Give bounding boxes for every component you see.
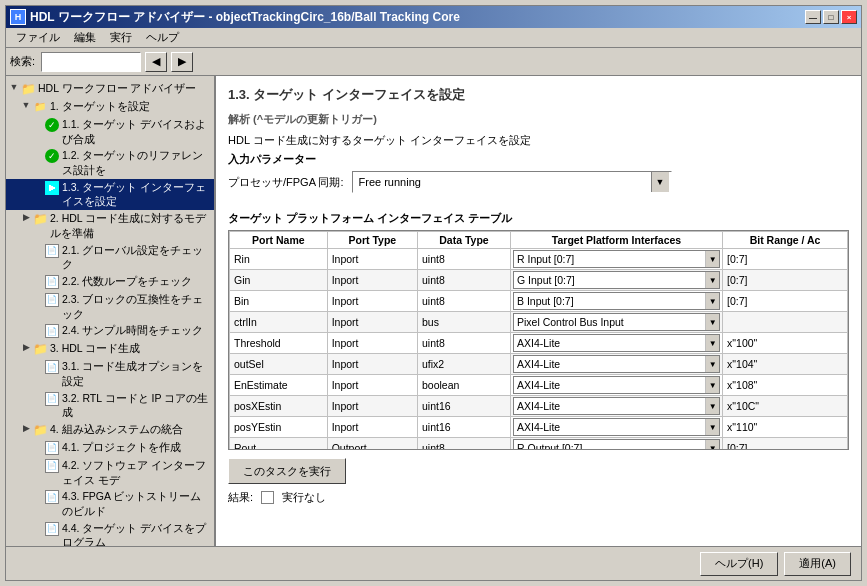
sidebar-section-3[interactable]: ▶ 📁 3. HDL コード生成 <box>6 340 214 358</box>
sidebar-item-1-2[interactable]: ✓ 1.2. ターゲットのリファレンス設計を <box>6 147 214 178</box>
sidebar-item-1-3[interactable]: ▶ 1.3. ターゲット インターフェイスを設定 <box>6 179 214 210</box>
sidebar-item-1-1[interactable]: ✓ 1.1. ターゲット デバイスおよび合成 <box>6 116 214 147</box>
result-label: 結果: <box>228 490 253 505</box>
table-row: RoutOutportuint8R Output [0:7]▼[0:7] <box>230 438 848 451</box>
sidebar-item-2-2[interactable]: 📄 2.2. 代数ループをチェック <box>6 273 214 291</box>
cell-iface[interactable]: B Input [0:7]▼ <box>510 291 722 312</box>
s3-1-icon: 📄 <box>44 359 60 375</box>
s2-1-icon: 📄 <box>44 243 60 259</box>
cell-iface[interactable]: AXI4-Lite▼ <box>510 354 722 375</box>
cell-iface[interactable]: G Input [0:7]▼ <box>510 270 722 291</box>
result-checkbox[interactable] <box>261 491 274 504</box>
root-folder-icon: 📁 <box>20 81 36 97</box>
sidebar-section-2[interactable]: ▶ 📁 2. HDL コード生成に対するモデルを準備 <box>6 210 214 241</box>
s4-2-icon: 📄 <box>44 458 60 474</box>
close-button[interactable]: × <box>841 10 857 24</box>
sidebar-item-4-2[interactable]: 📄 4.2. ソフトウェア インターフェイス モデ <box>6 457 214 488</box>
cell-port: Gin <box>230 270 328 291</box>
cell-bit-range: x"108" <box>723 375 848 396</box>
sidebar-section-1[interactable]: ▼ 📁 1. ターゲットを設定 <box>6 98 214 116</box>
help-button[interactable]: ヘルプ(H) <box>700 552 778 576</box>
description-label: HDL コード生成に対するターゲット インターフェイスを設定 <box>228 133 849 148</box>
dialog-footer: ヘルプ(H) 適用(A) <box>6 546 861 580</box>
cell-bit-range: [0:7] <box>723 438 848 451</box>
menubar: ファイル 編集 実行 ヘルプ <box>6 28 861 48</box>
menu-file[interactable]: ファイル <box>10 28 66 47</box>
sidebar-section-4[interactable]: ▶ 📁 4. 組み込みシステムの統合 <box>6 421 214 439</box>
sidebar-item-4-1[interactable]: 📄 4.1. プロジェクトを作成 <box>6 439 214 457</box>
cell-iface[interactable]: R Input [0:7]▼ <box>510 249 722 270</box>
iface-dropdown[interactable]: R Input [0:7]▼ <box>513 250 720 268</box>
iface-dropdown[interactable]: G Input [0:7]▼ <box>513 271 720 289</box>
cell-iface[interactable]: AXI4-Lite▼ <box>510 375 722 396</box>
cell-port: Rout <box>230 438 328 451</box>
cell-type: Inport <box>327 333 417 354</box>
s2-4-icon: 📄 <box>44 323 60 339</box>
cell-bit-range: [0:7] <box>723 291 848 312</box>
cell-iface[interactable]: R Output [0:7]▼ <box>510 438 722 451</box>
sidebar-item-2-1[interactable]: 📄 2.1. グローバル設定をチェック <box>6 242 214 273</box>
sidebar-item-3-2[interactable]: 📄 3.2. RTL コードと IP コアの生成 <box>6 390 214 421</box>
cell-iface[interactable]: AXI4-Lite▼ <box>510 396 722 417</box>
sidebar-item-2-1-label: 2.1. グローバル設定をチェック <box>62 243 212 272</box>
table-row: ThresholdInportuint8AXI4-Lite▼x"100" <box>230 333 848 354</box>
sidebar-root[interactable]: ▼ 📁 HDL ワークフロー アドバイザー <box>6 80 214 98</box>
s2-expand-icon: ▶ <box>20 211 32 224</box>
window-controls: — □ × <box>805 10 857 24</box>
table-row: BinInportuint8B Input [0:7]▼[0:7] <box>230 291 848 312</box>
title-bar: H HDL ワークフロー アドバイザー - objectTrackingCirc… <box>6 6 861 28</box>
s3-2-icon: 📄 <box>44 391 60 407</box>
param-section: 入力パラメーター プロセッサ/FPGA 同期: Free running ▼ <box>228 152 849 203</box>
iface-dropdown[interactable]: AXI4-Lite▼ <box>513 418 720 436</box>
root-expand-icon: ▼ <box>8 81 20 94</box>
apply-button[interactable]: 適用(A) <box>784 552 851 576</box>
sidebar-item-2-4[interactable]: 📄 2.4. サンプル時間をチェック <box>6 322 214 340</box>
cell-type: Inport <box>327 249 417 270</box>
menu-edit[interactable]: 編集 <box>68 28 102 47</box>
toolbar: 検索: ◀ ▶ <box>6 48 861 76</box>
execute-button[interactable]: このタスクを実行 <box>228 458 346 484</box>
s4-4-icon: 📄 <box>44 521 60 537</box>
cell-iface[interactable]: AXI4-Lite▼ <box>510 333 722 354</box>
sidebar-item-4-4[interactable]: 📄 4.4. ターゲット デバイスをプログラム <box>6 520 214 546</box>
cell-iface[interactable]: AXI4-Lite▼ <box>510 417 722 438</box>
trigger-label: 解析 (^モデルの更新トリガー) <box>228 112 849 127</box>
s2-2-icon: 📄 <box>44 274 60 290</box>
cell-type: Inport <box>327 312 417 333</box>
main-area: ▼ 📁 HDL ワークフロー アドバイザー ▼ 📁 1. ターゲットを設定 ✓ … <box>6 76 861 546</box>
forward-button[interactable]: ▶ <box>171 52 193 72</box>
sidebar-item-3-1[interactable]: 📄 3.1. コード生成オプションを設定 <box>6 358 214 389</box>
col-data-type: Data Type <box>418 232 511 249</box>
cell-bit-range: x"100" <box>723 333 848 354</box>
sidebar-item-4-3[interactable]: 📄 4.3. FPGA ビットストリームのビルド <box>6 488 214 519</box>
search-input[interactable] <box>41 52 141 72</box>
cell-type: Outport <box>327 438 417 451</box>
back-button[interactable]: ◀ <box>145 52 167 72</box>
cell-dtype: uint8 <box>418 291 511 312</box>
menu-help[interactable]: ヘルプ <box>140 28 185 47</box>
iface-dropdown[interactable]: AXI4-Lite▼ <box>513 397 720 415</box>
cell-bit-range: x"104" <box>723 354 848 375</box>
content-title: 1.3. ターゲット インターフェイスを設定 <box>228 86 849 104</box>
sidebar-s2-label: 2. HDL コード生成に対するモデルを準備 <box>50 211 212 240</box>
iface-dropdown[interactable]: AXI4-Lite▼ <box>513 355 720 373</box>
iface-dropdown[interactable]: R Output [0:7]▼ <box>513 439 720 450</box>
cell-iface[interactable]: Pixel Control Bus Input▼ <box>510 312 722 333</box>
sidebar-item-4-1-label: 4.1. プロジェクトを作成 <box>62 440 181 455</box>
s3-folder-icon: 📁 <box>32 341 48 357</box>
cell-dtype: uint16 <box>418 396 511 417</box>
maximize-button[interactable]: □ <box>823 10 839 24</box>
fpga-sync-row: プロセッサ/FPGA 同期: Free running ▼ <box>228 171 849 193</box>
menu-run[interactable]: 実行 <box>104 28 138 47</box>
cell-dtype: uint8 <box>418 270 511 291</box>
iface-dropdown[interactable]: B Input [0:7]▼ <box>513 292 720 310</box>
param-label: 入力パラメーター <box>228 152 849 167</box>
iface-dropdown[interactable]: AXI4-Lite▼ <box>513 334 720 352</box>
fpga-sync-select[interactable]: Free running ▼ <box>352 171 672 193</box>
iface-dropdown[interactable]: Pixel Control Bus Input▼ <box>513 313 720 331</box>
sidebar-s3-label: 3. HDL コード生成 <box>50 341 140 356</box>
app-icon: H <box>10 9 26 25</box>
iface-dropdown[interactable]: AXI4-Lite▼ <box>513 376 720 394</box>
minimize-button[interactable]: — <box>805 10 821 24</box>
sidebar-item-2-3[interactable]: 📄 2.3. ブロックの互換性をチェック <box>6 291 214 322</box>
